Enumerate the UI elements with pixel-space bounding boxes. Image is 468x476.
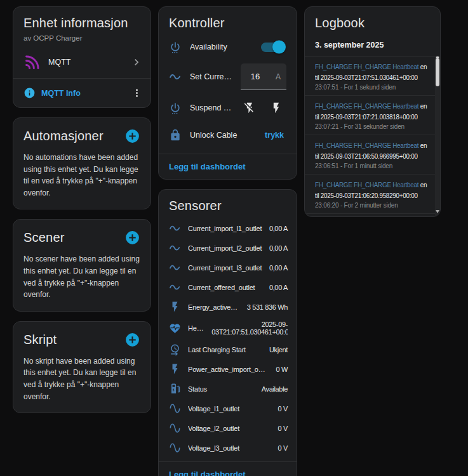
logbook-entry-text: FH_CHARGE FH_CHARGE Heartbeat endrettil …: [315, 101, 427, 122]
add-script-button[interactable]: [122, 329, 143, 350]
heart-pulse-icon: [169, 322, 181, 334]
current-limit-input[interactable]: 16 A: [241, 63, 286, 90]
sensor-name: Voltage_l1_outlet: [188, 405, 271, 413]
power-icon: [169, 41, 182, 53]
scrollbar-thumb[interactable]: [436, 58, 439, 86]
current-limit-value: 16: [241, 72, 270, 81]
device-info-title: Enhet informasjon: [13, 7, 150, 33]
logbook-entry-text: FH_CHARGE FH_CHARGE Heartbeat endrettil …: [315, 62, 427, 83]
current-ac-icon: [169, 70, 182, 83]
automations-title: Automasjoner: [23, 129, 104, 143]
sensor-value: 0,00 A: [269, 284, 288, 291]
sensor-row[interactable]: Last Charging StartUkjent: [159, 340, 297, 359]
device-info-card: Enhet informasjon av OCPP Charger MQTT M…: [13, 6, 151, 108]
sensor-name: Status: [188, 385, 255, 393]
power-icon: [169, 102, 182, 114]
flash-icon: [169, 301, 181, 313]
control-label: Unlock Cable: [190, 131, 257, 140]
logbook-entries: FH_CHARGE FH_CHARGE Heartbeat endrettil …: [305, 56, 440, 216]
flash-off-button[interactable]: [243, 102, 256, 114]
sensor-row[interactable]: Voltage_l3_outlet0 V: [159, 438, 297, 458]
ev-station-icon: [169, 383, 181, 395]
logbook-entity-link[interactable]: FH_CHARGE FH_CHARGE Heartbeat: [315, 63, 418, 70]
logbook-entry-time: 23:07:51 - For 1 sekund siden: [315, 84, 427, 91]
mqtt-icon: [23, 53, 41, 70]
current-ac-icon: [169, 261, 181, 274]
sensor-value: Available: [262, 385, 288, 393]
lock-icon: [169, 129, 182, 142]
controls-title: Kontroller: [159, 7, 297, 33]
sensor-row[interactable]: Energy_active_impo…3 531 836 Wh: [159, 297, 297, 317]
sensors-card: Sensorer Current_import_l1_outlet0,00 AC…: [158, 189, 297, 476]
controls-add-to-dashboard-link[interactable]: Legg til dashbordet: [159, 154, 297, 179]
info-icon: [23, 87, 36, 99]
sine-wave-icon: [169, 442, 181, 454]
sensor-value: 0 V: [278, 444, 288, 452]
logbook-entity-link[interactable]: FH_CHARGE FH_CHARGE Heartbeat: [315, 181, 418, 188]
sensor-row[interactable]: StatusAvailable: [159, 379, 297, 399]
logbook-entry-text: FH_CHARGE FH_CHARGE Heartbeat endrettil …: [315, 180, 427, 201]
control-row-availability: Availability: [169, 34, 286, 60]
current-ac-icon: [169, 281, 181, 293]
sensor-name: Current_import_l1_outlet: [188, 225, 262, 232]
logbook-entity-link[interactable]: FH_CHARGE FH_CHARGE Heartbeat: [315, 102, 418, 110]
sensor-row[interactable]: Current_offered_outlet0,00 A: [159, 277, 297, 297]
logbook-entity-link[interactable]: FH_CHARGE FH_CHARGE Heartbeat: [315, 142, 418, 149]
current-ac-icon: [169, 242, 181, 254]
current-limit-unit: A: [270, 72, 286, 81]
flash-icon: [169, 363, 181, 375]
device-info-subtitle: av OCPP Charger: [13, 33, 150, 48]
device-info-footer: MQTT Info: [13, 79, 150, 107]
sensor-value: Ukjent: [269, 346, 288, 354]
sine-wave-icon: [169, 422, 181, 434]
mqtt-info-link[interactable]: MQTT Info: [41, 89, 123, 98]
control-row-suspend: Suspend Charging: [169, 94, 286, 122]
sensor-name: Heart…: [188, 324, 204, 332]
automations-card: Automasjoner No automations have been ad…: [13, 117, 151, 209]
scripts-title: Skript: [23, 333, 57, 347]
unlock-press-button[interactable]: trykk: [265, 131, 284, 140]
sensor-row[interactable]: Current_import_l3_outlet0,00 A: [159, 258, 297, 277]
integration-label: MQTT: [48, 58, 123, 67]
control-label: Set Current Li…: [190, 72, 232, 81]
flash-on-button[interactable]: [270, 102, 283, 114]
toggle-knob: [272, 41, 286, 54]
sensor-row[interactable]: Voltage_l2_outlet0 V: [159, 418, 297, 438]
integration-row-mqtt[interactable]: MQTT: [13, 48, 150, 78]
logbook-scroll-area: FH_CHARGE FH_CHARGE Heartbeat endrettil …: [305, 56, 440, 216]
logbook-entry: FH_CHARGE FH_CHARGE Heartbeat endrettil …: [305, 56, 440, 96]
device-page: Enhet informasjon av OCPP Charger MQTT M…: [0, 0, 468, 476]
current-ac-icon: [169, 222, 181, 234]
control-label: Availability: [190, 43, 253, 51]
add-automation-button[interactable]: [122, 126, 143, 147]
availability-toggle[interactable]: [261, 43, 284, 52]
logbook-entry-text: FH_CHARGE FH_CHARGE Heartbeat endrettil …: [315, 140, 427, 161]
flash-off-icon: [243, 102, 256, 114]
scripts-empty-text: No skript have been added using this enh…: [13, 353, 150, 413]
logbook-entry-time: 23:07:21 - For 31 sekunder siden: [315, 123, 427, 130]
sensor-name: Current_import_l3_outlet: [188, 264, 262, 272]
sensor-row[interactable]: Current_import_l2_outlet0,00 A: [159, 238, 297, 258]
logbook-entry: FH_CHARGE FH_CHARGE Heartbeat endrettil …: [305, 214, 440, 216]
plus-circle-icon: [124, 332, 140, 348]
sensor-row[interactable]: Current_import_l1_outlet0,00 A: [159, 218, 297, 238]
logbook-title: Logbook: [305, 7, 440, 33]
logbook-date-header: 3. september 2025: [305, 33, 440, 56]
scrollbar-down-arrow[interactable]: [436, 210, 439, 213]
add-scene-button[interactable]: [122, 227, 143, 248]
chevron-right-icon: [130, 56, 143, 69]
sensor-row[interactable]: Voltage_l1_outlet0 V: [159, 399, 297, 418]
device-menu-button[interactable]: [128, 84, 145, 102]
plus-circle-icon: [124, 128, 140, 144]
sensor-row[interactable]: Power_active_import_outlet0 W: [159, 359, 297, 379]
scenes-empty-text: No scener have been added using this enh…: [13, 251, 150, 310]
logbook-entry-time: 23:06:51 - For 1 minutt siden: [315, 162, 427, 169]
sensor-row[interactable]: Heart…2025-09-03T21:07:51.030461+00:00: [159, 317, 297, 340]
sensor-value: 2025-09-03T21:07:51.030461+00:00: [211, 321, 288, 336]
sensors-add-to-dashboard-link[interactable]: Legg til dashbordet: [159, 461, 297, 476]
logbook-card: Logbook 3. september 2025 FH_CHARGE FH_C…: [304, 6, 441, 217]
logbook-entry: FH_CHARGE FH_CHARGE Heartbeat endrettil …: [305, 135, 440, 175]
sensor-name: Last Charging Start: [188, 346, 262, 354]
flash-icon: [270, 102, 283, 114]
controls-card: Kontroller Availability Set Current Li… …: [158, 6, 297, 180]
